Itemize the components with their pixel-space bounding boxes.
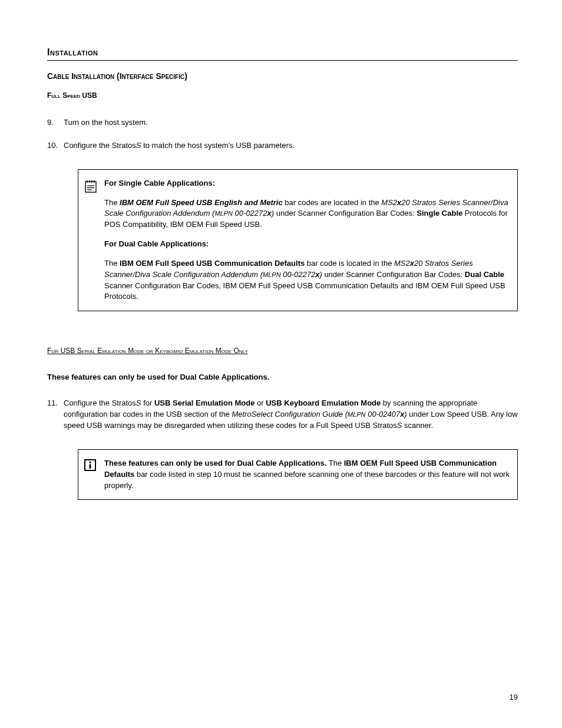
- section-title: Installation: [47, 47, 518, 58]
- text-italic: 00-02272: [233, 209, 267, 218]
- note-callout: For Single Cable Applications: The IBM O…: [78, 169, 518, 312]
- text: for: [141, 398, 154, 407]
- text-italic: S: [136, 141, 141, 150]
- callout-heading: For Single Cable Applications:: [104, 178, 514, 189]
- step-11: 11. Configure the StratosS for USB Seria…: [47, 398, 518, 431]
- text: bar code is located in the: [305, 259, 394, 268]
- text: to match the host system's USB parameter…: [141, 141, 295, 150]
- text-italic: 00-02407: [366, 410, 401, 419]
- step-list: 9. Turn on the host system. 10. Configur…: [47, 117, 518, 151]
- step-number: 9.: [47, 117, 64, 129]
- text: Configure the Stratos: [64, 141, 136, 150]
- text: bar code listed in step 10 must be scann…: [104, 470, 510, 490]
- svg-rect-10: [90, 464, 91, 469]
- text-italic: MS2: [394, 259, 410, 268]
- text-bold: IBM OEM Full Speed USB Communication Def…: [120, 259, 305, 268]
- text-bold: Dual Cable: [465, 270, 504, 279]
- callout-heading: For Dual Cable Applications:: [104, 239, 514, 250]
- info-callout: These features can only be used for Dual…: [78, 449, 518, 500]
- text: Scanner Configuration Bar Codes, IBM OEM…: [104, 281, 505, 301]
- step-number: 10.: [47, 140, 64, 151]
- step-body: Configure the StratosS for USB Serial Em…: [64, 398, 518, 431]
- text-bolditalic: IBM OEM Full Speed USB English and Metri…: [120, 198, 283, 207]
- text-bold: USB Keyboard Emulation Mode: [266, 398, 381, 407]
- info-icon: [84, 458, 104, 471]
- text: or: [254, 398, 266, 407]
- text-italic: MS2: [381, 198, 397, 207]
- text-small-italic: MLPN: [214, 210, 233, 217]
- text-bolditalic: x: [267, 209, 272, 218]
- text-italic: MetroSelect Configuration Guide (: [232, 410, 348, 419]
- text: The: [104, 198, 120, 207]
- page-number: 19: [510, 693, 518, 701]
- svg-rect-9: [90, 462, 91, 463]
- text-bold: Single Cable: [416, 209, 462, 218]
- step-body: Turn on the host system.: [64, 117, 518, 129]
- step-number: 11.: [47, 398, 64, 431]
- callout-paragraph: The IBM OEM Full Speed USB Communication…: [104, 258, 514, 302]
- subsubsection-title: Full Speed USB: [47, 91, 518, 100]
- step-body: Configure the StratosS to match the host…: [64, 140, 518, 151]
- text: The: [104, 259, 120, 268]
- text: under Scanner Configuration Bar Codes:: [274, 209, 416, 218]
- notepad-icon: [84, 178, 104, 193]
- callout-body: These features can only be used for Dual…: [104, 458, 514, 492]
- step-list-2: 11. Configure the StratosS for USB Seria…: [47, 398, 518, 431]
- text: Configure the Stratos: [64, 398, 136, 407]
- callout-body: For Single Cable Applications: The IBM O…: [104, 178, 514, 303]
- text-bold: These features can only be used for Dual…: [104, 459, 326, 467]
- text-small-italic: MLPN: [263, 271, 281, 278]
- text: The: [326, 459, 343, 467]
- text: under Scanner Configuration Bar Codes:: [322, 270, 465, 279]
- subsection-title: Cable Installation (Interface Specific): [47, 71, 518, 81]
- text: scanner.: [402, 421, 433, 430]
- text-bolditalic: x: [410, 259, 414, 268]
- svg-rect-0: [85, 182, 96, 192]
- mode-heading: For USB Serial Emulation Mode or Keyboar…: [47, 347, 518, 355]
- text-small-italic: MLPN: [348, 411, 366, 418]
- step-9: 9. Turn on the host system.: [47, 117, 518, 129]
- text: bar codes are located in the: [283, 198, 382, 207]
- text-italic: S: [136, 398, 141, 407]
- text-italic: 00-02272: [281, 270, 316, 279]
- text-bold: USB Serial Emulation Mode: [154, 398, 254, 407]
- step-10: 10. Configure the StratosS to match the …: [47, 140, 518, 151]
- callout-paragraph: The IBM OEM Full Speed USB English and M…: [104, 197, 514, 231]
- section-divider: [47, 60, 518, 61]
- dual-only-note: These features can only be used for Dual…: [47, 373, 518, 381]
